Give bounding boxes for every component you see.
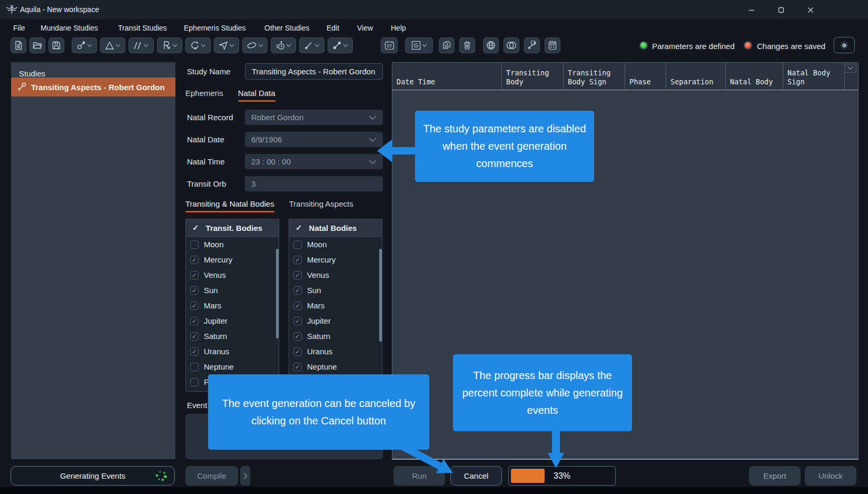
checkbox-icon[interactable]: ✓	[293, 317, 302, 325]
minimize-button[interactable]	[744, 5, 760, 15]
pen-button[interactable]	[299, 37, 324, 53]
export-button[interactable]: Export	[749, 466, 801, 486]
checkbox-icon[interactable]: ✓	[190, 347, 199, 356]
natal-time-dropdown[interactable]: 23 : 00 : 00	[245, 154, 383, 169]
trine-aspect-button[interactable]	[100, 37, 125, 53]
gauquelin-button[interactable]: G	[405, 37, 433, 53]
menu-ephemeris-studies[interactable]: Ephemeris Studies	[184, 24, 246, 32]
column-header[interactable]: Natal Body	[726, 63, 783, 90]
wrench-tools-button[interactable]	[524, 37, 540, 53]
natal-list-scrollbar[interactable]	[379, 249, 382, 342]
natal-date-dropdown[interactable]: 6/9/1906	[245, 132, 383, 147]
body-checkbox-row[interactable]: ✓ Uranus	[186, 344, 279, 359]
checkbox-icon[interactable]: ✓	[190, 256, 199, 264]
save-button[interactable]	[48, 37, 64, 53]
tab-item[interactable]: Ephemeris	[185, 89, 223, 102]
checkbox-icon[interactable]: ✓	[190, 286, 199, 295]
study-name-input[interactable]: Transiting Aspects - Robert Gordon	[245, 63, 383, 80]
body-checkbox-row[interactable]: ✓ Jupiter	[186, 313, 279, 328]
menu-bar: File Mundane Studies Transit Studies Eph…	[0, 19, 868, 37]
checkbox-icon[interactable]: ✓	[190, 317, 199, 325]
theme-toggle-button[interactable]	[834, 37, 855, 53]
compile-button[interactable]: Compile	[185, 466, 238, 486]
unlock-button[interactable]: Unlock	[805, 466, 856, 486]
checkbox-icon[interactable]: ✓	[293, 363, 302, 371]
open-folder-button[interactable]	[29, 37, 45, 53]
checkbox-icon[interactable]: ✓	[293, 302, 302, 310]
transit-list-scrollbar[interactable]	[276, 249, 279, 338]
column-header[interactable]: Transiting Body Sign	[564, 63, 625, 90]
body-checkbox-row[interactable]: ✓ Jupiter	[289, 313, 382, 328]
checkbox-icon[interactable]: ✓	[190, 302, 199, 310]
body-checkbox-row[interactable]: ✓ Neptune	[186, 359, 279, 374]
body-checkbox-row[interactable]: ✓ Moon	[289, 237, 382, 252]
maximize-icon	[778, 7, 784, 13]
checkbox-icon[interactable]: ✓	[293, 271, 302, 279]
transit-orb-input[interactable]: 3	[245, 176, 383, 191]
column-header[interactable]: Separation	[666, 63, 726, 90]
parallel-aspect-button[interactable]	[129, 37, 154, 53]
menu-edit[interactable]: Edit	[327, 24, 339, 32]
transit-bodies-header[interactable]: ✓ Transit. Bodies	[186, 219, 279, 237]
body-checkbox-row[interactable]: ✓ Venus	[186, 267, 279, 283]
close-button[interactable]	[803, 5, 818, 15]
table-options-button[interactable]	[844, 64, 856, 73]
column-header[interactable]: Date Time	[392, 63, 502, 90]
menu-file[interactable]: File	[13, 24, 25, 32]
menu-other-studies[interactable]: Other Studies	[264, 24, 310, 32]
run-button[interactable]: Run	[393, 466, 445, 486]
body-checkbox-row[interactable]: ✓ Venus	[289, 267, 382, 283]
calculator-button[interactable]	[545, 37, 560, 53]
body-checkbox-row[interactable]: ✓ Sun	[289, 283, 382, 298]
column-header[interactable]: Phase	[625, 63, 666, 90]
natal-bodies-header[interactable]: ✓ Natal Bodies	[289, 219, 382, 237]
retrograde-button[interactable]	[157, 37, 182, 53]
conjunction-aspect-button[interactable]	[72, 37, 97, 53]
globe-button[interactable]	[483, 37, 499, 53]
copy-button[interactable]	[439, 37, 455, 53]
checkbox-icon[interactable]: ✓	[293, 240, 302, 249]
checkbox-icon[interactable]: ✓	[293, 347, 302, 356]
eclipse-button[interactable]	[504, 37, 519, 53]
checkbox-icon[interactable]: ✓	[190, 271, 199, 279]
column-header[interactable]: Natal Body Sign	[783, 63, 845, 90]
body-checkbox-row[interactable]: ✓ Saturn	[186, 328, 279, 344]
body-checkbox-row[interactable]: ✓ Sun	[186, 283, 279, 298]
menu-mundane-studies[interactable]: Mundane Studies	[41, 24, 98, 32]
checkbox-icon[interactable]: ✓	[293, 286, 302, 295]
body-checkbox-row[interactable]: ✓ Neptune	[289, 359, 382, 374]
sidebar-item-study[interactable]: Transiting Aspects - Robert Gordon	[11, 78, 175, 96]
trash-button[interactable]	[459, 37, 475, 53]
checkbox-icon[interactable]: ✓	[293, 256, 302, 264]
checkbox-icon[interactable]: ✓	[190, 378, 199, 386]
checkbox-icon[interactable]: ✓	[190, 363, 199, 371]
kite-pattern-button[interactable]	[214, 37, 239, 53]
body-checkbox-row[interactable]: ✓ Mars	[289, 298, 382, 313]
body-checkbox-row[interactable]: ✓ Mercury	[289, 252, 382, 267]
menu-view[interactable]: View	[357, 24, 373, 32]
checkbox-icon[interactable]: ✓	[190, 240, 199, 249]
maximize-button[interactable]	[773, 5, 789, 15]
tab-item[interactable]: Transiting Aspects	[289, 199, 353, 212]
cancel-button[interactable]: Cancel	[450, 466, 502, 486]
checkbox-icon[interactable]: ✓	[293, 332, 302, 341]
tab-item[interactable]: Transiting & Natal Bodies	[185, 199, 274, 212]
new-file-button[interactable]	[11, 37, 26, 53]
aspect-line-button[interactable]	[328, 37, 353, 53]
natal-record-dropdown[interactable]: Robert Gordon	[245, 110, 383, 125]
checkbox-icon[interactable]: ✓	[190, 332, 199, 341]
cycle-button[interactable]	[185, 37, 211, 53]
menu-transit-studies[interactable]: Transit Studies	[118, 24, 167, 32]
body-checkbox-row[interactable]: ✓ Uranus	[289, 344, 382, 359]
compile-expand-button[interactable]	[240, 466, 250, 486]
column-header[interactable]: Transiting Body	[502, 63, 564, 90]
body-checkbox-row[interactable]: ✓ Saturn	[289, 328, 382, 344]
body-checkbox-row[interactable]: ✓ Mars	[186, 298, 279, 313]
tab-item[interactable]: Natal Data	[238, 89, 275, 102]
calendar-07-button[interactable]: 07	[381, 37, 398, 53]
menu-help[interactable]: Help	[391, 24, 406, 32]
body-checkbox-row[interactable]: ✓ Mercury	[186, 252, 279, 267]
orbit-ellipse-button[interactable]	[242, 37, 268, 53]
stopwatch-button[interactable]	[271, 37, 296, 53]
body-checkbox-row[interactable]: ✓ Moon	[186, 237, 279, 252]
